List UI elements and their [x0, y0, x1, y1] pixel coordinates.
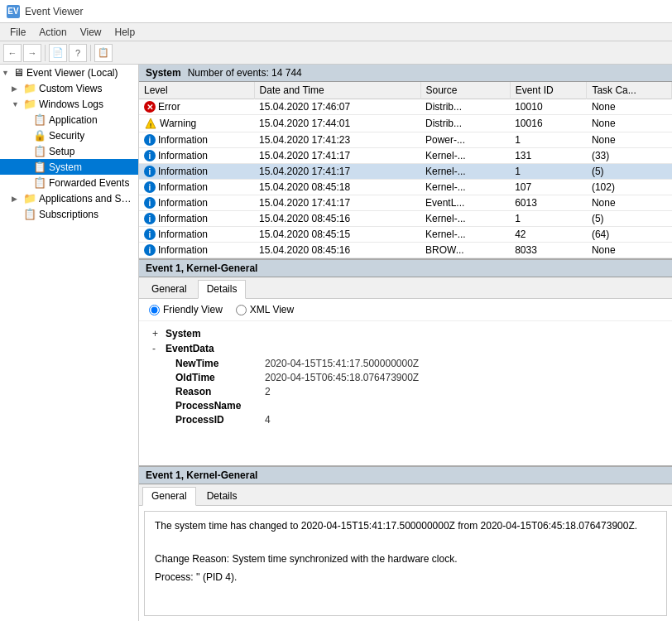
folder-icon: 📁: [23, 192, 36, 205]
table-cell: None: [587, 115, 672, 132]
app-title: Event Viewer: [25, 6, 83, 17]
table-cell: None: [587, 195, 672, 211]
table-cell: (33): [587, 148, 672, 164]
toolbar-doc[interactable]: 📄: [49, 44, 67, 62]
level-cell: iInformation: [139, 180, 254, 195]
info-icon: i: [144, 181, 156, 193]
table-cell: 15.04.2020 17:46:07: [254, 99, 420, 115]
tab-details-details[interactable]: Details: [198, 280, 247, 299]
col-level[interactable]: Level: [139, 82, 254, 99]
table-row[interactable]: ✕Error15.04.2020 17:46:07Distrib...10010…: [139, 99, 672, 115]
expand-icon: ▶: [12, 195, 23, 203]
radio-friendly-input[interactable]: [149, 305, 160, 315]
setup-icon: 📋: [33, 145, 46, 157]
table-cell: Kernel-...: [420, 211, 510, 227]
level-text: Information: [158, 229, 208, 240]
level-cell: ✕Error: [139, 99, 254, 115]
table-cell: 15.04.2020 08:45:18: [254, 180, 420, 195]
tree-item-system[interactable]: 📋 System: [0, 159, 138, 175]
system-icon: 📋: [33, 161, 46, 173]
table-cell: (5): [587, 164, 672, 180]
info-icon: i: [144, 150, 156, 161]
general-text-line: Process: '' (PID 4).: [155, 570, 656, 585]
table-row[interactable]: iInformation15.04.2020 08:45:16BROW...80…: [139, 243, 672, 258]
computer-icon: 🖥: [13, 66, 24, 79]
tab-general-details[interactable]: General: [142, 280, 196, 298]
event-data-content: + System - EventData NewTime2020-04-15T1…: [139, 321, 672, 465]
expand-icon: ▼: [2, 69, 13, 77]
table-cell: 1: [510, 211, 587, 227]
radio-friendly[interactable]: Friendly View: [149, 304, 223, 315]
title-bar: EV Event Viewer: [0, 0, 672, 23]
table-row[interactable]: !Warning15.04.2020 17:44:01Distrib...100…: [139, 115, 672, 132]
table-cell: 15.04.2020 17:44:01: [254, 115, 420, 132]
event-table: Level Date and Time Source Event ID Task…: [139, 82, 672, 258]
col-eventid[interactable]: Event ID: [510, 82, 587, 99]
general-text-area: The system time has changed to 2020-04-1…: [144, 511, 667, 616]
menu-view[interactable]: View: [74, 25, 108, 40]
tree-item-event-viewer[interactable]: ▼ 🖥 Event Viewer (Local): [0, 65, 138, 80]
col-taskcat[interactable]: Task Ca...: [587, 82, 672, 99]
toolbar-copy[interactable]: 📋: [94, 44, 113, 62]
details-tabs-bar: General Details: [139, 277, 672, 299]
tree-item-custom-views[interactable]: ▶ 📁 Custom Views: [0, 80, 138, 96]
tree-item-application[interactable]: 📋 Application: [0, 112, 138, 128]
menu-help[interactable]: Help: [108, 25, 142, 40]
field-name: NewTime: [175, 358, 258, 369]
table-cell: 131: [510, 148, 587, 164]
table-row[interactable]: iInformation15.04.2020 08:45:16Kernel-..…: [139, 211, 672, 227]
table-row[interactable]: iInformation15.04.2020 17:41:17Kernel-..…: [139, 148, 672, 164]
table-row[interactable]: iInformation15.04.2020 17:41:23Power-...…: [139, 132, 672, 148]
tree-label: Forwarded Events: [49, 177, 129, 189]
info-icon: i: [144, 134, 156, 146]
table-cell: 15.04.2020 17:41:17: [254, 148, 420, 164]
table-row[interactable]: iInformation15.04.2020 08:45:18Kernel-..…: [139, 180, 672, 195]
field-value: 4: [265, 414, 271, 426]
tab-details-general[interactable]: Details: [198, 487, 247, 505]
radio-xml[interactable]: XML View: [236, 304, 294, 315]
level-text: Warning: [160, 118, 196, 129]
tree-label: Custom Views: [39, 83, 102, 94]
shield-icon: 🔒: [33, 129, 46, 142]
level-text: Error: [158, 101, 180, 113]
left-panel: ▼ 🖥 Event Viewer (Local) ▶ 📁 Custom View…: [0, 65, 139, 621]
radio-friendly-label: Friendly View: [163, 304, 223, 315]
eventdata-expand-btn[interactable]: -: [152, 343, 162, 354]
general-text-line: The system time has changed to 2020-04-1…: [155, 518, 656, 533]
details-header: Event 1, Kernel-General: [139, 260, 672, 277]
table-cell: 1: [510, 164, 587, 180]
field-name: ProcessID: [175, 414, 258, 426]
subscriptions-icon: 📋: [23, 208, 36, 220]
toolbar-forward[interactable]: →: [23, 44, 41, 62]
toolbar-back[interactable]: ←: [3, 44, 22, 62]
table-row[interactable]: iInformation15.04.2020 17:41:17Kernel-..…: [139, 164, 672, 180]
table-cell: Kernel-...: [420, 227, 510, 243]
table-cell: 15.04.2020 08:45:16: [254, 243, 420, 258]
menu-file[interactable]: File: [3, 25, 32, 40]
tree-item-forwarded[interactable]: 📋 Forwarded Events: [0, 175, 138, 190]
tree-item-apps-services[interactable]: ▶ 📁 Applications and Services Lo: [0, 190, 138, 206]
level-text: Information: [158, 244, 208, 256]
toolbar: ← → 📄 ? 📋: [0, 41, 672, 65]
radio-xml-input[interactable]: [236, 305, 247, 315]
app-icon: EV: [7, 5, 20, 18]
tree-label: Subscriptions: [39, 209, 98, 220]
table-cell: 15.04.2020 17:41:17: [254, 195, 420, 211]
table-row[interactable]: iInformation15.04.2020 17:41:17EventL...…: [139, 195, 672, 211]
toolbar-help[interactable]: ?: [69, 44, 87, 62]
menu-action[interactable]: Action: [32, 25, 73, 40]
eventdata-node-label: EventData: [166, 343, 214, 354]
tree-item-setup[interactable]: 📋 Setup: [0, 143, 138, 159]
tab-general-general[interactable]: General: [142, 487, 196, 506]
table-row[interactable]: iInformation15.04.2020 08:45:15Kernel-..…: [139, 227, 672, 243]
event-list-count: Number of events: 14 744: [188, 67, 302, 79]
col-datetime[interactable]: Date and Time: [254, 82, 420, 99]
tree-item-subscriptions[interactable]: 📋 Subscriptions: [0, 206, 138, 222]
tree-item-security[interactable]: 🔒 Security: [0, 128, 138, 143]
system-expand-btn[interactable]: +: [152, 328, 162, 339]
tree-item-windows-logs[interactable]: ▼ 📁 Windows Logs: [0, 96, 138, 112]
details-section: Event 1, Kernel-General General Details …: [139, 260, 672, 467]
tree-label: System: [49, 161, 82, 173]
col-source[interactable]: Source: [420, 82, 510, 99]
expand-icon: ▼: [12, 100, 23, 108]
